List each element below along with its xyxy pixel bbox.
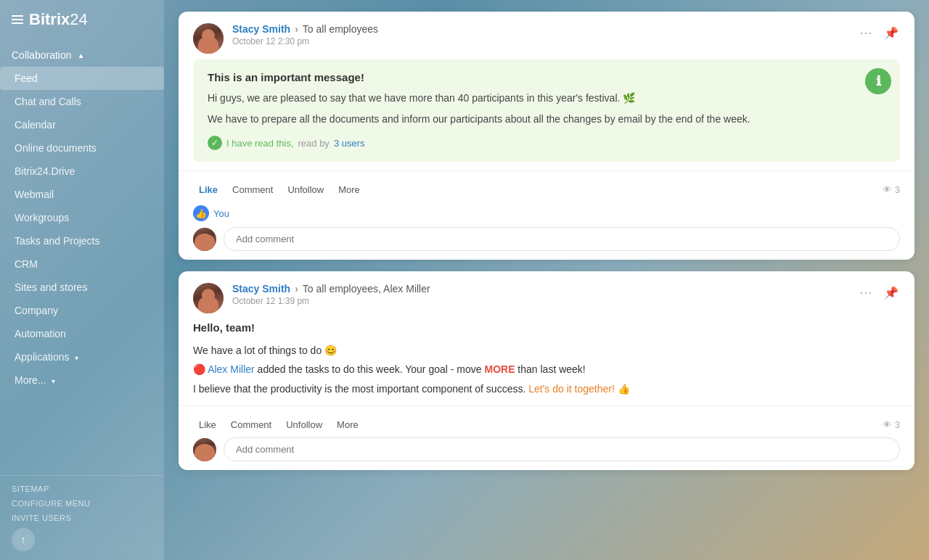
post-menu-button-1[interactable]: ⋯	[856, 23, 875, 42]
author-link-2[interactable]: Stacy Smith	[232, 283, 290, 295]
sidebar-item-drive[interactable]: Bitrix24.Drive	[0, 160, 164, 183]
eye-icon: 👁	[883, 184, 892, 195]
sidebar-item-sites[interactable]: Sites and stores	[0, 276, 164, 299]
avatar-stacy-1	[193, 23, 224, 54]
post-time-1: October 12 2:30 pm	[232, 36, 378, 46]
comment-avatar-2	[193, 438, 216, 461]
post-actions-top-1: ⋯ 📌	[856, 23, 900, 42]
sitemap-link[interactable]: SITEMAP	[12, 485, 152, 493]
sidebar: Bitrix24 Collaboration ▲ Feed Chat and C…	[0, 0, 164, 560]
post-author-text-1: Stacy Smith › To all employees October 1…	[232, 23, 378, 46]
hamburger-icon[interactable]	[12, 15, 23, 24]
post-card-1: Stacy Smith › To all employees October 1…	[179, 12, 914, 260]
post-body-line2: 🔴 Alex Miller added the tasks to do this…	[193, 361, 900, 377]
post-views-1: 👁 3	[883, 184, 900, 195]
chevron-down-icon: ▾	[52, 377, 55, 385]
post-actions-2: Like Comment Unfollow More 👁 3	[193, 412, 900, 437]
post-header-1: Stacy Smith › To all employees October 1…	[179, 12, 914, 59]
sidebar-item-applications[interactable]: Applications ▾	[0, 345, 164, 368]
post-header-2: Stacy Smith › To all employees, Alex Mil…	[179, 271, 914, 319]
avatar-image-1	[193, 23, 224, 54]
important-message-body: Hi guys, we are pleased to say that we h…	[208, 91, 885, 127]
post-pin-button-2[interactable]: 📌	[883, 284, 900, 301]
important-body-line1: Hi guys, we are pleased to say that we h…	[208, 91, 885, 106]
post-title-2: Hello, team!	[193, 319, 900, 337]
avatar-stacy-2	[193, 283, 224, 313]
configure-menu-link[interactable]: CONFIGURE MENU	[12, 499, 152, 508]
chevron-down-icon: ▾	[75, 354, 78, 362]
comment-button-2[interactable]: Comment	[225, 416, 277, 433]
comment-button-1[interactable]: Comment	[226, 181, 279, 198]
read-this-label[interactable]: I have read this,	[226, 138, 294, 149]
eye-icon-2: 👁	[883, 419, 892, 430]
collaboration-group[interactable]: Collaboration ▲	[0, 44, 164, 67]
sidebar-item-automation[interactable]: Automation	[0, 322, 164, 345]
post-actions-top-2: ⋯ 📌	[856, 283, 900, 302]
sidebar-item-more[interactable]: More... ▾	[0, 368, 164, 392]
sidebar-item-company[interactable]: Company	[0, 299, 164, 322]
read-by-label: read by	[298, 138, 330, 149]
post-recipient-2: To all employees, Alex Miller	[303, 283, 430, 295]
post-views-2: 👁 3	[883, 419, 900, 430]
app-logo[interactable]: Bitrix24	[0, 0, 164, 39]
cta-link[interactable]: Let's do it together!	[528, 383, 615, 395]
important-message-box: ℹ This is an important message! Hi guys,…	[193, 59, 900, 162]
highlight-more: MORE	[484, 363, 515, 375]
likes-row-1: 👍 You	[193, 202, 900, 227]
read-status: ✓ I have read this, read by 3 users	[208, 136, 885, 150]
like-button-1[interactable]: Like	[193, 181, 224, 198]
comment-avatar-1	[193, 228, 216, 251]
invite-users-link[interactable]: INVITE USERS	[12, 514, 152, 522]
sidebar-item-webmail[interactable]: Webmail	[0, 183, 164, 206]
like-button-2[interactable]: Like	[193, 416, 222, 433]
comment-input-1[interactable]	[224, 227, 900, 251]
scroll-up-button[interactable]: ↑	[12, 528, 35, 551]
post-actions-1: Like Comment Unfollow More 👁 3	[193, 177, 900, 202]
logo-text: Bitrix24	[29, 10, 88, 29]
post-menu-button-2[interactable]: ⋯	[856, 283, 875, 302]
more-button-2[interactable]: More	[331, 416, 364, 433]
important-body-line2: We have to prepare all the documents and…	[208, 112, 885, 127]
post-time-2: October 12 1:39 pm	[232, 296, 430, 306]
sidebar-item-workgroups[interactable]: Workgroups	[0, 206, 164, 229]
sidebar-item-tasks[interactable]: Tasks and Projects	[0, 229, 164, 252]
post-card-2: Stacy Smith › To all employees, Alex Mil…	[179, 271, 914, 470]
comment-avatar-img-2	[193, 438, 216, 461]
sidebar-item-crm[interactable]: CRM	[0, 252, 164, 276]
post-author-info-1: Stacy Smith › To all employees October 1…	[193, 23, 378, 54]
important-message-title: This is an important message!	[208, 71, 885, 83]
sidebar-item-online-docs[interactable]: Online documents	[0, 136, 164, 160]
sidebar-item-feed[interactable]: Feed	[0, 67, 164, 90]
avatar-image-2	[193, 283, 224, 313]
liker-name[interactable]: You	[213, 208, 229, 219]
like-thumb-icon: 👍	[193, 205, 209, 221]
post-author-name-1: Stacy Smith › To all employees	[232, 23, 378, 35]
post-recipient-1: To all employees	[303, 23, 378, 35]
post-pin-button-1[interactable]: 📌	[883, 25, 900, 41]
collaboration-section: Collaboration ▲ Feed Chat and Calls Cale…	[0, 39, 164, 396]
post-footer-2: Like Comment Unfollow More 👁 3	[179, 405, 914, 470]
comment-row-2	[193, 437, 900, 461]
post-author-text-2: Stacy Smith › To all employees, Alex Mil…	[232, 283, 430, 306]
post-footer-1: Like Comment Unfollow More 👁 3 👍 You	[179, 170, 914, 260]
post-body-2: Hello, team! We have a lot of things to …	[179, 319, 914, 405]
alex-miller-mention[interactable]: Alex Miller	[208, 363, 255, 375]
post-body-line3: I believe that the productivity is the m…	[193, 381, 900, 397]
post-author-name-2: Stacy Smith › To all employees, Alex Mil…	[232, 283, 430, 295]
comment-avatar-img-1	[193, 228, 216, 251]
read-check-icon[interactable]: ✓	[208, 136, 222, 150]
post-author-info-2: Stacy Smith › To all employees, Alex Mil…	[193, 283, 430, 313]
sidebar-bottom: SITEMAP CONFIGURE MENU INVITE USERS ↑	[0, 475, 164, 560]
unfollow-button-1[interactable]: Unfollow	[282, 181, 330, 198]
post-body-line1: We have a lot of things to do 😊	[193, 342, 900, 358]
sidebar-item-chat-calls[interactable]: Chat and Calls	[0, 90, 164, 113]
comment-input-2[interactable]	[224, 437, 900, 461]
unfollow-button-2[interactable]: Unfollow	[280, 416, 328, 433]
info-badge: ℹ	[865, 68, 891, 94]
main-feed: Stacy Smith › To all employees October 1…	[164, 0, 929, 560]
sidebar-item-calendar[interactable]: Calendar	[0, 113, 164, 136]
more-button-1[interactable]: More	[332, 181, 366, 198]
read-users-link[interactable]: 3 users	[334, 138, 365, 149]
chevron-up-icon: ▲	[78, 52, 85, 59]
author-link-1[interactable]: Stacy Smith	[232, 23, 290, 35]
